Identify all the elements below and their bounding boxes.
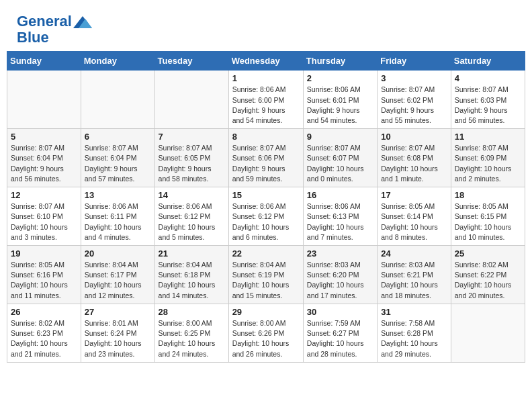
calendar-cell: 23Sunrise: 8:03 AM Sunset: 6:20 PM Dayli…	[303, 246, 377, 304]
calendar-cell: 15Sunrise: 8:06 AM Sunset: 6:12 PM Dayli…	[228, 187, 303, 246]
day-info: Sunrise: 8:06 AM Sunset: 6:12 PM Dayligh…	[159, 201, 225, 242]
calendar-cell: 20Sunrise: 8:04 AM Sunset: 6:17 PM Dayli…	[81, 246, 154, 304]
day-info: Sunrise: 8:06 AM Sunset: 6:11 PM Dayligh…	[85, 201, 151, 242]
day-number: 22	[232, 248, 300, 259]
calendar-header-row: SundayMondayTuesdayWednesdayThursdayFrid…	[7, 52, 525, 71]
day-info: Sunrise: 8:07 AM Sunset: 6:04 PM Dayligh…	[85, 143, 151, 184]
calendar-cell: 8Sunrise: 8:07 AM Sunset: 6:06 PM Daylig…	[228, 129, 303, 187]
calendar-cell: 5Sunrise: 8:07 AM Sunset: 6:04 PM Daylig…	[7, 129, 81, 187]
weekday-header: Friday	[378, 52, 451, 71]
day-number: 28	[159, 307, 225, 317]
day-info: Sunrise: 8:07 AM Sunset: 6:06 PM Dayligh…	[232, 143, 300, 184]
day-number: 27	[85, 307, 151, 317]
day-number: 21	[159, 248, 225, 259]
day-number: 26	[11, 307, 77, 317]
day-info: Sunrise: 8:07 AM Sunset: 6:07 PM Dayligh…	[307, 143, 373, 184]
calendar-cell: 11Sunrise: 8:07 AM Sunset: 6:09 PM Dayli…	[451, 129, 525, 187]
day-number: 10	[381, 132, 447, 142]
day-number: 14	[159, 190, 225, 200]
day-info: Sunrise: 8:07 AM Sunset: 6:08 PM Dayligh…	[381, 143, 447, 184]
header: General Blue	[7, 7, 525, 51]
day-number: 23	[307, 248, 373, 259]
calendar-cell: 7Sunrise: 8:07 AM Sunset: 6:05 PM Daylig…	[154, 129, 228, 187]
day-number: 25	[455, 248, 521, 259]
day-info: Sunrise: 8:03 AM Sunset: 6:20 PM Dayligh…	[307, 260, 373, 301]
calendar-cell: 25Sunrise: 8:02 AM Sunset: 6:22 PM Dayli…	[451, 246, 525, 304]
day-info: Sunrise: 8:00 AM Sunset: 6:25 PM Dayligh…	[159, 318, 225, 359]
calendar-cell: 17Sunrise: 8:05 AM Sunset: 6:14 PM Dayli…	[378, 187, 451, 246]
day-number: 8	[232, 132, 300, 142]
day-number: 30	[307, 307, 373, 317]
day-number: 2	[307, 73, 373, 83]
calendar-week-row: 1Sunrise: 8:06 AM Sunset: 6:00 PM Daylig…	[7, 71, 525, 129]
day-info: Sunrise: 8:06 AM Sunset: 6:00 PM Dayligh…	[232, 85, 300, 126]
calendar-cell: 6Sunrise: 8:07 AM Sunset: 6:04 PM Daylig…	[81, 129, 154, 187]
day-number: 12	[11, 190, 77, 200]
day-info: Sunrise: 8:06 AM Sunset: 6:01 PM Dayligh…	[307, 85, 373, 126]
calendar-cell: 3Sunrise: 8:07 AM Sunset: 6:02 PM Daylig…	[378, 71, 451, 129]
weekday-header: Sunday	[7, 52, 81, 71]
day-info: Sunrise: 8:05 AM Sunset: 6:16 PM Dayligh…	[11, 260, 77, 301]
day-info: Sunrise: 8:05 AM Sunset: 6:15 PM Dayligh…	[455, 201, 521, 242]
calendar-cell: 12Sunrise: 8:07 AM Sunset: 6:10 PM Dayli…	[7, 187, 81, 246]
day-info: Sunrise: 8:05 AM Sunset: 6:14 PM Dayligh…	[381, 201, 447, 242]
day-number: 24	[381, 248, 447, 259]
calendar-cell: 26Sunrise: 8:02 AM Sunset: 6:23 PM Dayli…	[7, 304, 81, 362]
calendar-cell: 31Sunrise: 7:58 AM Sunset: 6:28 PM Dayli…	[378, 304, 451, 362]
calendar-cell: 1Sunrise: 8:06 AM Sunset: 6:00 PM Daylig…	[228, 71, 303, 129]
calendar-cell: 22Sunrise: 8:04 AM Sunset: 6:19 PM Dayli…	[228, 246, 303, 304]
calendar-cell: 2Sunrise: 8:06 AM Sunset: 6:01 PM Daylig…	[303, 71, 377, 129]
day-info: Sunrise: 8:04 AM Sunset: 6:17 PM Dayligh…	[85, 260, 151, 301]
weekday-header: Saturday	[451, 52, 525, 71]
day-number: 18	[455, 190, 521, 200]
logo: General Blue	[17, 13, 92, 46]
calendar-cell: 9Sunrise: 8:07 AM Sunset: 6:07 PM Daylig…	[303, 129, 377, 187]
calendar: SundayMondayTuesdayWednesdayThursdayFrid…	[7, 51, 525, 362]
day-number: 29	[232, 307, 300, 317]
calendar-cell: 18Sunrise: 8:05 AM Sunset: 6:15 PM Dayli…	[451, 187, 525, 246]
weekday-header: Monday	[81, 52, 154, 71]
day-number: 6	[85, 132, 151, 142]
day-number: 31	[381, 307, 447, 317]
calendar-cell: 19Sunrise: 8:05 AM Sunset: 6:16 PM Dayli…	[7, 246, 81, 304]
day-number: 19	[11, 248, 77, 259]
day-number: 3	[381, 73, 447, 83]
calendar-week-row: 12Sunrise: 8:07 AM Sunset: 6:10 PM Dayli…	[7, 187, 525, 246]
day-info: Sunrise: 8:00 AM Sunset: 6:26 PM Dayligh…	[232, 318, 300, 359]
day-number: 20	[85, 248, 151, 259]
day-info: Sunrise: 8:04 AM Sunset: 6:19 PM Dayligh…	[232, 260, 300, 301]
logo-text: General	[17, 13, 92, 30]
day-number: 11	[455, 132, 521, 142]
day-info: Sunrise: 8:03 AM Sunset: 6:21 PM Dayligh…	[381, 260, 447, 301]
calendar-cell: 13Sunrise: 8:06 AM Sunset: 6:11 PM Dayli…	[81, 187, 154, 246]
calendar-cell	[451, 304, 525, 362]
day-info: Sunrise: 8:07 AM Sunset: 6:09 PM Dayligh…	[455, 143, 521, 184]
day-info: Sunrise: 7:59 AM Sunset: 6:27 PM Dayligh…	[307, 318, 373, 359]
day-info: Sunrise: 8:07 AM Sunset: 6:02 PM Dayligh…	[381, 85, 447, 126]
weekday-header: Thursday	[303, 52, 377, 71]
day-info: Sunrise: 7:58 AM Sunset: 6:28 PM Dayligh…	[381, 318, 447, 359]
logo-text-blue: Blue	[17, 30, 92, 46]
day-number: 15	[232, 190, 300, 200]
day-info: Sunrise: 8:01 AM Sunset: 6:24 PM Dayligh…	[85, 318, 151, 359]
day-info: Sunrise: 8:06 AM Sunset: 6:13 PM Dayligh…	[307, 201, 373, 242]
calendar-week-row: 26Sunrise: 8:02 AM Sunset: 6:23 PM Dayli…	[7, 304, 525, 362]
day-info: Sunrise: 8:06 AM Sunset: 6:12 PM Dayligh…	[232, 201, 300, 242]
calendar-cell: 4Sunrise: 8:07 AM Sunset: 6:03 PM Daylig…	[451, 71, 525, 129]
calendar-cell: 30Sunrise: 7:59 AM Sunset: 6:27 PM Dayli…	[303, 304, 377, 362]
calendar-cell: 27Sunrise: 8:01 AM Sunset: 6:24 PM Dayli…	[81, 304, 154, 362]
day-number: 9	[307, 132, 373, 142]
day-number: 7	[159, 132, 225, 142]
day-info: Sunrise: 8:07 AM Sunset: 6:05 PM Dayligh…	[159, 143, 225, 184]
day-info: Sunrise: 8:07 AM Sunset: 6:04 PM Dayligh…	[11, 143, 77, 184]
calendar-cell: 14Sunrise: 8:06 AM Sunset: 6:12 PM Dayli…	[154, 187, 228, 246]
weekday-header: Tuesday	[154, 52, 228, 71]
calendar-cell: 21Sunrise: 8:04 AM Sunset: 6:18 PM Dayli…	[154, 246, 228, 304]
day-info: Sunrise: 8:02 AM Sunset: 6:22 PM Dayligh…	[455, 260, 521, 301]
calendar-cell: 29Sunrise: 8:00 AM Sunset: 6:26 PM Dayli…	[228, 304, 303, 362]
calendar-cell: 28Sunrise: 8:00 AM Sunset: 6:25 PM Dayli…	[154, 304, 228, 362]
day-info: Sunrise: 8:07 AM Sunset: 6:10 PM Dayligh…	[11, 201, 77, 242]
day-info: Sunrise: 8:04 AM Sunset: 6:18 PM Dayligh…	[159, 260, 225, 301]
day-info: Sunrise: 8:07 AM Sunset: 6:03 PM Dayligh…	[455, 85, 521, 126]
calendar-cell	[81, 71, 154, 129]
